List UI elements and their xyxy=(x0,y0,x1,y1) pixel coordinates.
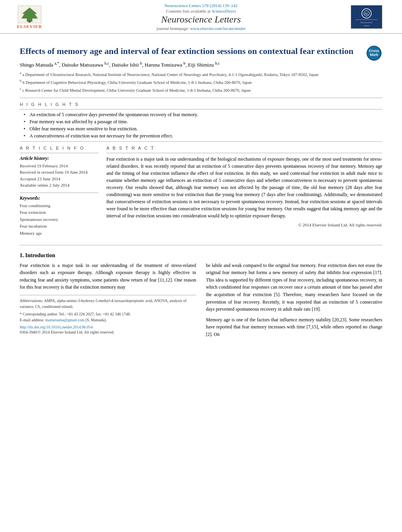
crossmark-icon: Cross Mark xyxy=(367,46,382,61)
highlight-item-4: A consecutiveness of extinction was not … xyxy=(24,133,382,139)
homepage-url[interactable]: www.elsevier.com/locate/neulet xyxy=(190,26,245,31)
keywords-group: Keywords: Fear conditioning Fear extinct… xyxy=(20,195,99,237)
svg-text:Cross: Cross xyxy=(369,49,379,53)
email-note: E-mail address: matsutsuma@gmail.com (S.… xyxy=(20,317,196,323)
keywords-rule xyxy=(20,193,99,193)
keyword-2: Fear extinction xyxy=(20,209,99,216)
intro-body: Fear extinction is a major task in our u… xyxy=(20,262,382,341)
journal-ref: Neuroscience Letters 578 (2014) 139–142 xyxy=(51,3,351,8)
elsevier-tree-image xyxy=(18,6,41,23)
history-label: Article history: xyxy=(20,156,99,161)
journal-title: Neuroscience Letters xyxy=(51,14,351,25)
accepted-date: Accepted 23 June 2014 xyxy=(20,176,99,182)
article-info-label: A R T I C L E I N F O xyxy=(20,146,99,150)
received-date: Received 19 February 2014 xyxy=(20,163,99,169)
revised-date: Received in revised form 19 June 2014 xyxy=(20,169,99,176)
history-group: Article history: Received 19 February 20… xyxy=(20,156,99,189)
svg-text:NL: NL xyxy=(364,12,368,16)
header-center: Neuroscience Letters 578 (2014) 139–142 … xyxy=(51,3,351,31)
main-content: Effects of memory age and interval of fe… xyxy=(0,34,402,347)
highlights-list: An extinction of 5 consecutive days prev… xyxy=(24,112,382,139)
intro-heading: 1. Introduction xyxy=(20,252,382,259)
article-info-rule xyxy=(20,153,99,153)
available-date: Available online 2 July 2014 xyxy=(20,182,99,189)
highlight-item-2: Fear memory was not affected by a passag… xyxy=(24,119,382,125)
neuroscience-letters-logo: NL Neuroscience Letters xyxy=(351,5,382,29)
divider-1 xyxy=(20,98,382,98)
info-abstract-section: A R T I C L E I N F O Article history: R… xyxy=(20,146,382,241)
svg-text:Neuroscience: Neuroscience xyxy=(361,21,373,24)
highlights-section: H I G H L I G H T S An extinction of 5 c… xyxy=(20,102,382,142)
abbreviations-note: Abbreviations: AMPA, alpha-amino-3-hydro… xyxy=(20,298,196,310)
intro-right-col: be labile and weak compared to the origi… xyxy=(206,262,383,341)
header: ELSEVIER Neuroscience Letters 578 (2014)… xyxy=(0,0,402,34)
highlights-label: H I G H L I G H T S xyxy=(20,102,382,107)
intro-right-text-2: Memory age is one of the factors that in… xyxy=(206,316,383,338)
page: ELSEVIER Neuroscience Letters 578 (2014)… xyxy=(0,0,402,532)
intro-right-text-1: be labile and weak compared to the origi… xyxy=(206,262,383,313)
authors: Shingo Matsuda a,*, Daisuke Matsuzawa b,… xyxy=(20,61,382,68)
footnotes: Abbreviations: AMPA, alpha-amino-3-hydro… xyxy=(20,295,196,323)
keywords-label: Keywords: xyxy=(20,195,99,201)
copyright: © 2014 Elsevier Ireland Ltd. All rights … xyxy=(106,222,382,227)
abstract-top-rule xyxy=(106,153,382,153)
intro-left-text-1: Fear extinction is a major task in our u… xyxy=(20,262,196,291)
crossmark-badge[interactable]: Cross Mark xyxy=(367,46,382,61)
introduction-section: 1. Introduction Fear extinction is a maj… xyxy=(20,252,382,341)
journal-logo-right: NL Neuroscience Letters xyxy=(351,5,394,29)
journal-homepage: journal homepage: www.elsevier.com/locat… xyxy=(51,26,351,31)
issn-line: 0304-3940/© 2014 Elsevier Ireland Ltd. A… xyxy=(20,330,196,334)
svg-text:Letters: Letters xyxy=(363,24,370,27)
corresponding-note: * Corresponding author. Tel.: +81 43 226… xyxy=(20,311,196,317)
abstract-text: Fear extinction is a major task in our u… xyxy=(106,156,382,219)
article-info-col: A R T I C L E I N F O Article history: R… xyxy=(20,146,99,241)
highlight-item-1: An extinction of 5 consecutive days prev… xyxy=(24,112,382,118)
highlight-item-3: Older fear memory was more sensitive to … xyxy=(24,126,382,132)
keyword-4: Fear incubation xyxy=(20,223,99,230)
affiliations: a a Department of Ultrastructural Resear… xyxy=(20,70,382,94)
keyword-1: Fear conditioning xyxy=(20,202,99,209)
article-title-area: Effects of memory age and interval of fe… xyxy=(20,46,382,57)
divider-2 xyxy=(20,245,382,245)
svg-rect-2 xyxy=(28,21,31,22)
svg-text:Mark: Mark xyxy=(370,53,378,57)
highlights-bottom-rule xyxy=(20,141,382,142)
doi-line[interactable]: http://dx.doi.org/10.1016/j.neulet.2014.… xyxy=(20,325,196,329)
elsevier-logo: ELSEVIER xyxy=(8,6,51,29)
highlights-top-rule xyxy=(20,109,382,109)
abstract-col: A B S T R A C T Fear extinction is a maj… xyxy=(106,146,382,241)
keyword-3: Spontaneous recovery xyxy=(20,216,99,223)
affil-b: b b Department of Cognitive Behavioral P… xyxy=(20,78,382,85)
affil-c: c c Research Center for Child Mental Dev… xyxy=(20,86,382,93)
contents-label: Contents lists available at ScienceDirec… xyxy=(51,9,351,13)
keywords-list: Fear conditioning Fear extinction Sponta… xyxy=(20,202,99,237)
elsevier-name: ELSEVIER xyxy=(17,24,42,29)
email-link[interactable]: matsutsuma@gmail.com xyxy=(45,318,84,322)
sciencedirect-link[interactable]: ScienceDirect xyxy=(212,9,236,13)
keyword-5: Memory age xyxy=(20,230,99,237)
intro-left-col: Fear extinction is a major task in our u… xyxy=(20,262,196,341)
affil-a: a a Department of Ultrastructural Resear… xyxy=(20,70,382,78)
abstract-label: A B S T R A C T xyxy=(106,146,382,150)
article-title: Effects of memory age and interval of fe… xyxy=(20,46,382,57)
